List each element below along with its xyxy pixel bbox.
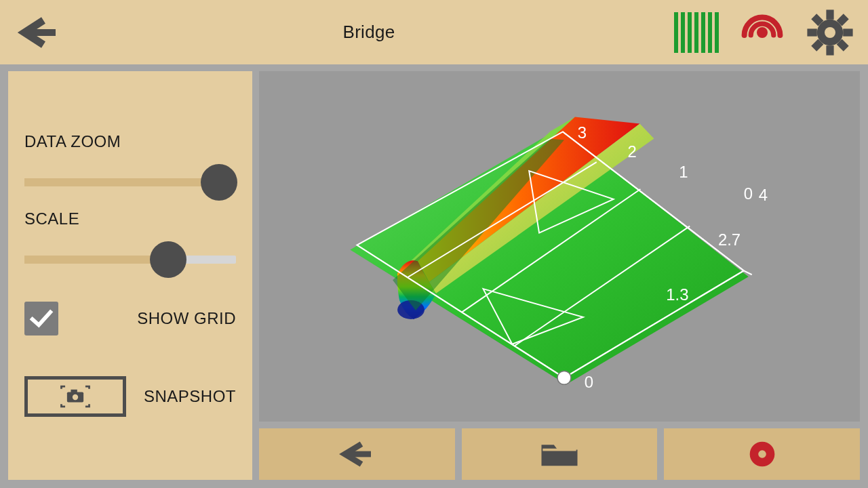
toolbar-folder-button[interactable] — [462, 428, 658, 480]
page-title: Bridge — [64, 22, 674, 43]
arrow-left-icon — [9, 12, 64, 53]
folder-icon — [538, 439, 581, 470]
snapshot-label: SNAPSHOT — [144, 387, 236, 406]
arrow-left-icon — [333, 439, 380, 469]
axis1-tick: 1 — [679, 163, 688, 181]
slider-thumb[interactable] — [201, 164, 237, 201]
svg-point-10 — [825, 27, 835, 38]
svg-point-34 — [758, 450, 766, 458]
bottom-toolbar — [259, 428, 860, 480]
scale-label: SCALE — [24, 209, 236, 228]
svg-point-13 — [73, 394, 78, 400]
right-column: 3 2 1 0 4 2.7 1.3 0 — [259, 71, 860, 480]
svg-rect-31 — [347, 451, 371, 458]
show-grid-row: SHOW GRID — [24, 302, 236, 336]
axis1-tick: 3 — [578, 123, 587, 142]
data-zoom-slider[interactable] — [24, 170, 236, 195]
sidebar: DATA ZOOM SCALE SHOW GRID — [8, 71, 252, 480]
axis2-tick: 1.3 — [666, 285, 688, 304]
scale-slider[interactable] — [24, 247, 236, 272]
toolbar-record-button[interactable] — [664, 428, 860, 480]
axis1-tick: 2 — [628, 142, 637, 161]
gear-icon[interactable] — [806, 8, 854, 57]
show-grid-checkbox[interactable] — [24, 302, 58, 336]
toolbar-back-button[interactable] — [259, 428, 455, 480]
snapshot-button[interactable] — [24, 376, 126, 417]
svg-rect-12 — [71, 390, 77, 394]
header-status-icons — [674, 8, 854, 57]
record-icon — [745, 437, 779, 471]
svg-rect-4 — [807, 28, 816, 36]
data-zoom-label: DATA ZOOM — [24, 132, 236, 151]
axis2-tick: 4 — [759, 186, 768, 204]
viewport-3d[interactable]: 3 2 1 0 4 2.7 1.3 0 — [259, 71, 860, 422]
svg-rect-5 — [843, 28, 852, 36]
axis2-tick: 2.7 — [718, 230, 741, 249]
check-icon — [28, 306, 54, 331]
header: Bridge — [0, 0, 868, 64]
main: DATA ZOOM SCALE SHOW GRID — [0, 64, 868, 488]
svg-rect-0 — [27, 29, 56, 36]
axis2-tick: 0 — [585, 373, 593, 391]
slider-thumb[interactable] — [150, 241, 186, 278]
svg-rect-32 — [542, 449, 576, 451]
target-icon — [738, 8, 787, 57]
camera-icon — [56, 384, 94, 409]
svg-rect-3 — [826, 45, 833, 55]
signal-bars-icon — [674, 12, 719, 53]
snapshot-row: SNAPSHOT — [24, 376, 236, 417]
surface3d-plot: 3 2 1 0 4 2.7 1.3 0 — [259, 71, 860, 422]
show-grid-label: SHOW GRID — [137, 309, 236, 328]
svg-rect-2 — [826, 9, 833, 19]
svg-point-30 — [557, 371, 571, 384]
axis1-tick: 0 — [744, 184, 753, 203]
back-button[interactable] — [9, 9, 64, 56]
